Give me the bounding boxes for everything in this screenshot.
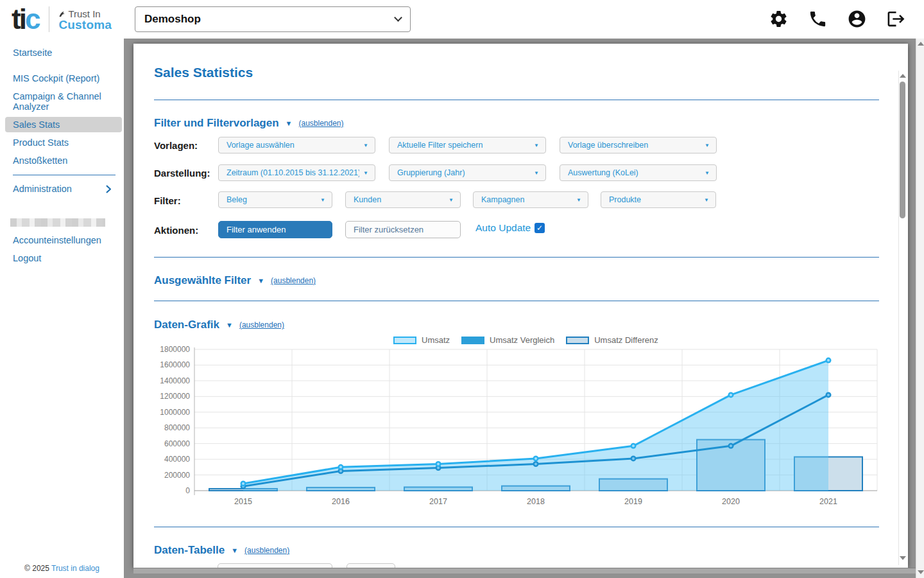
sidebar-item-campaign-channel-analyzer[interactable]: Campaign & Channel Analyzer	[13, 91, 112, 112]
divider	[154, 100, 879, 100]
brand-text: Trust In Customa	[58, 8, 112, 30]
content-scrollbar-thumb[interactable]	[900, 82, 905, 218]
chevron-down-icon: ▼	[576, 197, 581, 203]
svg-text:1600000: 1600000	[160, 360, 190, 369]
phone-icon[interactable]	[808, 9, 828, 29]
svg-text:0: 0	[185, 486, 190, 495]
dropdown-gruppierung[interactable]: Gruppierung (Jahr)▼	[389, 164, 546, 181]
legend-swatch	[566, 337, 589, 344]
auto-update-checkbox[interactable]: ✓	[535, 223, 545, 233]
chevron-down-icon: ▼	[449, 197, 454, 203]
trust-in-dialog-link[interactable]: Trust in dialog	[51, 564, 99, 573]
section-header-chart: Daten-Grafik ▼ (ausblenden)	[154, 319, 284, 331]
window-scrollbar[interactable]	[916, 39, 924, 578]
table-control-partial-2[interactable]	[346, 563, 395, 568]
scroll-up-arrow[interactable]	[900, 74, 906, 78]
scroll-up-arrow[interactable]	[918, 42, 924, 46]
dropdown-auswertung[interactable]: Auswertung (KoLei)▼	[560, 164, 717, 181]
dropdown-vorlage-auswaehlen[interactable]: Vorlage auswählen▼	[218, 137, 375, 153]
divider	[154, 527, 879, 527]
top-icon-group	[769, 9, 906, 29]
section-header-table: Daten-Tabelle ▼ (ausblenden)	[154, 544, 289, 557]
divider	[154, 301, 879, 301]
chevron-down-icon	[394, 13, 402, 22]
dropdown-vorlage-ueberschreiben[interactable]: Vorlage überschreiben▼	[560, 137, 717, 153]
sidebar-item-product-stats[interactable]: Product Stats	[13, 137, 69, 148]
svg-text:2016: 2016	[332, 497, 350, 506]
sidebar-item-label: Administration	[13, 184, 72, 194]
section-title: Ausgewählte Filter	[154, 274, 251, 287]
legend-item-umsatz: Umsatz	[393, 335, 450, 345]
chevron-down-icon: ▼	[363, 170, 368, 176]
settings-icon[interactable]	[769, 9, 789, 29]
sidebar-item-sales-stats[interactable]: Sales Stats	[5, 117, 122, 132]
shop-select-value: Demoshop	[144, 13, 395, 26]
scroll-down-arrow[interactable]	[900, 556, 906, 560]
svg-text:600000: 600000	[164, 439, 190, 448]
triangle-down-icon[interactable]: ▼	[226, 321, 233, 329]
legend-item-umsatz-vergleich: Umsatz Vergleich	[461, 335, 554, 345]
row-label-filter: Filter:	[154, 195, 181, 206]
redacted-username	[10, 218, 105, 227]
section-header-filters: Filter und Filtervorlagen ▼ (ausblenden)	[154, 117, 344, 130]
sidebar-item-mis-cockpit[interactable]: MIS Cockpit (Report)	[13, 73, 99, 83]
chevron-down-icon: ▼	[704, 197, 709, 203]
hide-link[interactable]: (ausblenden)	[298, 119, 343, 128]
logo-divider	[49, 6, 49, 32]
svg-text:2017: 2017	[429, 497, 447, 506]
svg-text:2021: 2021	[819, 497, 837, 506]
hide-link[interactable]: (ausblenden)	[244, 546, 289, 555]
shop-select[interactable]: Demoshop	[135, 6, 411, 32]
svg-text:2020: 2020	[722, 497, 740, 506]
auto-update-label: Auto Update	[475, 222, 531, 234]
legend-swatch	[393, 337, 416, 344]
sidebar-item-administration[interactable]: Administration	[13, 184, 111, 194]
logout-icon[interactable]	[886, 9, 906, 29]
row-label-darstellung: Darstellung:	[154, 168, 210, 179]
section-title: Daten-Tabelle	[154, 544, 225, 557]
copyright-text: © 2025	[24, 564, 49, 573]
chevron-right-icon	[106, 185, 111, 193]
chart-legend: Umsatz Umsatz Vergleich Umsatz Differenz	[393, 335, 670, 345]
sidebar-item-logout[interactable]: Logout	[13, 253, 41, 263]
horizontal-scrollbar[interactable]	[133, 568, 916, 574]
svg-text:1000000: 1000000	[160, 408, 190, 417]
svg-text:2018: 2018	[527, 497, 545, 506]
brand-mark-icon	[58, 10, 66, 18]
hide-link[interactable]: (ausblenden)	[271, 276, 316, 285]
dropdown-aktuelle-filter-speichern[interactable]: Aktuelle Filter speichern▼	[389, 137, 546, 153]
row-label-vorlagen: Vorlagen:	[154, 140, 198, 151]
svg-text:1400000: 1400000	[160, 376, 190, 385]
legend-item-umsatz-differenz: Umsatz Differenz	[566, 335, 658, 345]
chevron-down-icon: ▼	[363, 143, 368, 148]
account-icon[interactable]	[847, 9, 867, 29]
sidebar-divider	[13, 175, 116, 175]
reset-filter-button[interactable]: Filter zurücksetzen	[345, 221, 461, 238]
logo[interactable]: tic Trust In Customa	[12, 4, 112, 35]
triangle-down-icon[interactable]: ▼	[286, 119, 293, 127]
apply-filter-button[interactable]: Filter anwenden	[218, 221, 332, 238]
section-header-selected-filters: Ausgewählte Filter ▼ (ausblenden)	[154, 274, 316, 287]
dropdown-kampagnen[interactable]: Kampagnen▼	[473, 191, 588, 208]
top-bar: tic Trust In Customa Demoshop	[0, 0, 924, 39]
sidebar-item-startseite[interactable]: Startseite	[13, 48, 52, 58]
svg-text:2019: 2019	[624, 497, 642, 506]
triangle-down-icon[interactable]: ▼	[257, 277, 264, 285]
app-root: tic Trust In Customa Demoshop Startseite…	[0, 0, 924, 578]
dropdown-produkte[interactable]: Produkte▼	[601, 191, 716, 208]
scroll-down-arrow[interactable]	[918, 570, 924, 574]
svg-text:1800000: 1800000	[160, 346, 190, 354]
table-control-partial-1[interactable]	[218, 563, 332, 568]
svg-text:800000: 800000	[164, 423, 190, 432]
sales-chart: 0200000400000600000800000100000012000001…	[154, 346, 879, 512]
dropdown-kunden[interactable]: Kunden▼	[345, 191, 461, 208]
dropdown-zeitraum[interactable]: Zeitraum (01.10.2015 bis 31.12.2021)▼	[218, 164, 375, 181]
dropdown-beleg[interactable]: Beleg▼	[218, 191, 332, 208]
sidebar-item-anstossketten[interactable]: Anstoßketten	[13, 155, 67, 166]
triangle-down-icon[interactable]: ▼	[231, 547, 238, 554]
sidebar-item-accounteinstellungen[interactable]: Accounteinstellungen	[13, 235, 101, 245]
hide-link[interactable]: (ausblenden)	[239, 320, 284, 329]
sidebar-footer: © 2025 Trust in dialog	[0, 564, 124, 573]
brand-bottom-label: Customa	[58, 19, 112, 30]
svg-text:200000: 200000	[164, 471, 190, 480]
